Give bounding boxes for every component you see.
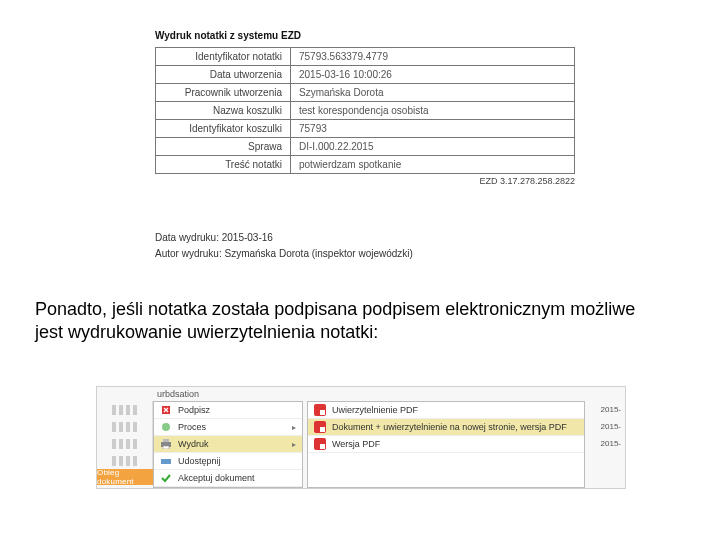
row-value: 75793: [291, 120, 575, 138]
print-author: Autor wydruku: Szymańska Dorota (inspekt…: [155, 246, 413, 262]
context-menu: Podpisz Proces ▸ Wydruk ▸ Udostępnij Akc…: [153, 401, 303, 488]
row-label: Treść notatki: [156, 156, 291, 174]
menu-item-process[interactable]: Proces ▸: [154, 419, 302, 436]
sign-icon: [160, 404, 172, 416]
submenu-label: Dokument + uwierzytelnienie na nowej str…: [332, 422, 567, 432]
row-label: Nazwa koszulki: [156, 102, 291, 120]
svg-rect-3: [163, 439, 169, 442]
print-title: Wydruk notatki z systemu EZD: [155, 30, 575, 41]
menu-label: Wydruk: [178, 439, 208, 449]
row-icons[interactable]: [97, 435, 153, 452]
submenu-label: Wersja PDF: [332, 439, 380, 449]
system-version: EZD 3.17.278.258.2822: [155, 176, 575, 186]
accept-icon: [160, 472, 172, 484]
row-value: potwierdzam spotkanie: [291, 156, 575, 174]
chevron-right-icon: ▸: [292, 440, 296, 449]
row-value: test korespondencja osobista: [291, 102, 575, 120]
menu-label: Proces: [178, 422, 206, 432]
menu-label: Udostępnij: [178, 456, 221, 466]
printed-note: Wydruk notatki z systemu EZD Identyfikat…: [155, 30, 575, 186]
row-icons[interactable]: [97, 401, 153, 418]
menu-label: Akceptuj dokument: [178, 473, 255, 483]
left-column: Obieg dokument: [97, 401, 153, 488]
print-icon: [160, 438, 172, 450]
row-value: 75793.563379.4779: [291, 48, 575, 66]
print-submenu: Uwierzytelnienie PDF Dokument + uwierzyt…: [307, 401, 585, 488]
note-table: Identyfikator notatki75793.563379.4779 D…: [155, 47, 575, 174]
row-value: Szymańska Dorota: [291, 84, 575, 102]
breadcrumb: urbdsation: [157, 389, 199, 399]
app-screenshot: urbdsation Obieg dokument Podpisz Proces…: [96, 386, 626, 489]
menu-item-share[interactable]: Udostępnij: [154, 453, 302, 470]
svg-rect-4: [163, 446, 169, 449]
row-value: DI-I.000.22.2015: [291, 138, 575, 156]
slide-paragraph: Ponadto, jeśli notatka została podpisana…: [35, 298, 655, 343]
submenu-label: Uwierzytelnienie PDF: [332, 405, 418, 415]
row-label: Data utworzenia: [156, 66, 291, 84]
print-meta: Data wydruku: 2015-03-16 Autor wydruku: …: [155, 230, 413, 262]
pdf-icon: [314, 438, 326, 450]
workflow-tag[interactable]: Obieg dokument: [97, 469, 153, 485]
submenu-item-version-pdf[interactable]: Wersja PDF: [308, 436, 584, 453]
chevron-right-icon: ▸: [292, 423, 296, 432]
row-label: Pracownik utworzenia: [156, 84, 291, 102]
pdf-icon: [314, 404, 326, 416]
app-header: urbdsation: [97, 387, 625, 401]
row-icons[interactable]: [97, 418, 153, 435]
row-label: Identyfikator koszulki: [156, 120, 291, 138]
row-label: Sprawa: [156, 138, 291, 156]
row-value: 2015-03-16 10:00:26: [291, 66, 575, 84]
dates-column: 2015- 2015- 2015-: [585, 401, 625, 488]
svg-point-1: [162, 423, 170, 431]
share-icon: [160, 455, 172, 467]
process-icon: [160, 421, 172, 433]
date-cell: 2015-: [585, 418, 625, 435]
date-cell: 2015-: [585, 401, 625, 418]
submenu-item-doc-auth-pdf[interactable]: Dokument + uwierzytelnienie na nowej str…: [308, 419, 584, 436]
print-date: Data wydruku: 2015-03-16: [155, 230, 413, 246]
menu-item-accept[interactable]: Akceptuj dokument: [154, 470, 302, 487]
svg-rect-5: [161, 459, 171, 464]
menu-item-sign[interactable]: Podpisz: [154, 402, 302, 419]
pdf-icon: [314, 421, 326, 433]
date-cell: 2015-: [585, 435, 625, 452]
row-icons[interactable]: [97, 452, 153, 469]
menu-item-print[interactable]: Wydruk ▸: [154, 436, 302, 453]
row-label: Identyfikator notatki: [156, 48, 291, 66]
submenu-item-auth-pdf[interactable]: Uwierzytelnienie PDF: [308, 402, 584, 419]
menu-label: Podpisz: [178, 405, 210, 415]
